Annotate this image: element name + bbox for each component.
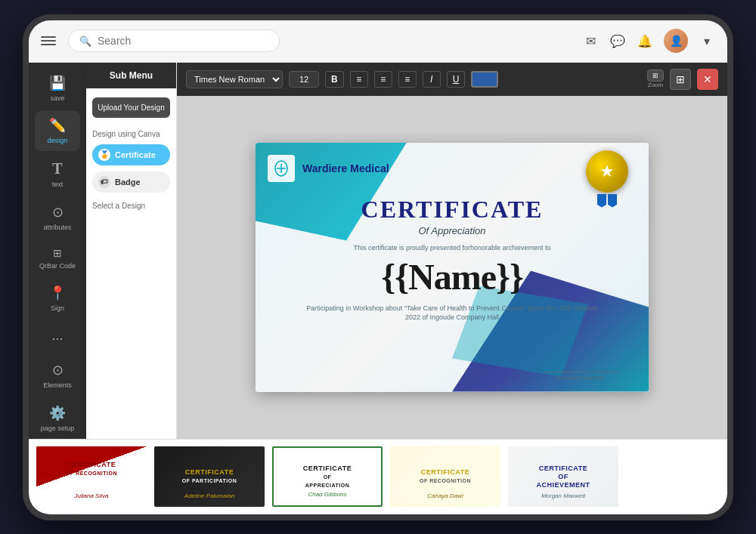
- cert-signature-title: President Director: [543, 375, 618, 381]
- medal-circle: ★: [586, 150, 628, 193]
- menu-icon[interactable]: [41, 36, 56, 45]
- thumb2-title: CERTIFICATEOF PARTICIPATION: [182, 468, 237, 485]
- sidebar-item-save[interactable]: 💾 save: [35, 69, 80, 109]
- sign-icon: 📍: [49, 285, 66, 301]
- thumb5-title: Certificate of Achievement: [536, 465, 591, 489]
- design-icon: ✏️: [49, 117, 66, 134]
- cert-company-name: Wardiere Medical: [302, 162, 389, 174]
- toolbar-right: ⊞ Zoom ⊞ ✕: [647, 69, 718, 90]
- chat-icon[interactable]: 💬: [609, 32, 626, 49]
- sidebar-item-text[interactable]: T text: [35, 154, 80, 195]
- thumbnail-5[interactable]: Certificate of Achievement Morgan Maxwel…: [507, 445, 620, 508]
- thumbnail-4[interactable]: CERTIFICATEOF RECOGNITION Cahaya Dawi: [389, 445, 502, 508]
- page-setup-label: page setup: [41, 424, 75, 433]
- sub-menu-title: Sub Menu: [86, 63, 176, 88]
- qrcode-icon: ⊞: [53, 247, 62, 259]
- thumb4-title: CERTIFICATEOF RECOGNITION: [420, 468, 471, 485]
- sidebar-item-elements[interactable]: ⊙ Elements: [35, 356, 80, 396]
- text-icon: T: [52, 160, 62, 177]
- badge-icon: 🏷: [98, 176, 110, 188]
- main-content: 💾 save ✏️ design T text ⊙ attributes ⊞ Q…: [29, 63, 727, 439]
- thumbnail-3[interactable]: CERTIFICATEOF APPRECIATION Chad Gibbons: [271, 445, 384, 508]
- sidebar-item-attributes[interactable]: ⊙ attributes: [35, 198, 80, 238]
- thumb3-title: CERTIFICATEOF APPRECIATION: [301, 465, 355, 489]
- thumbnail-2[interactable]: CERTIFICATEOF PARTICIPATION Adeline Palu…: [153, 445, 266, 508]
- zoom-label: Zoom: [648, 82, 663, 88]
- page-setup-icon: ⚙️: [49, 405, 66, 421]
- font-family-select[interactable]: Times New Roman: [186, 70, 283, 88]
- zoom-button[interactable]: ⊞: [647, 69, 664, 82]
- font-size-input[interactable]: [289, 71, 319, 88]
- elements-label: Elements: [43, 381, 72, 390]
- select-design-label: Select a Design: [92, 202, 170, 210]
- canvas-area[interactable]: Wardiere Medical ★ CERTIFICATE Of: [177, 96, 727, 439]
- underline-button[interactable]: U: [447, 71, 466, 88]
- cert-footer: President Director: [543, 372, 618, 381]
- thumb4-name: Cahaya Dawi: [390, 492, 500, 499]
- sidebar-item-qrcode[interactable]: ⊞ QrBar Code: [35, 241, 80, 276]
- badge-option[interactable]: 🏷 Badge: [92, 171, 170, 193]
- tablet-frame: 🔍 ✉ 💬 🔔 👤 ▾ 💾 save ✏️ design T text: [23, 14, 733, 520]
- cert-main-content: CERTIFICATE Of Appreciation This certifi…: [256, 196, 649, 323]
- sign-label: Sign: [51, 304, 64, 313]
- dropdown-icon[interactable]: ▾: [699, 32, 715, 49]
- left-sidebar: 💾 save ✏️ design T text ⊙ attributes ⊞ Q…: [29, 63, 86, 439]
- elements-icon: ⊙: [52, 362, 64, 378]
- cert-logo: [268, 155, 295, 182]
- sub-menu-body: Upload Your Design Design using Canva 🏅 …: [86, 88, 176, 219]
- sidebar-item-page-setup[interactable]: ⚙️ page setup: [35, 399, 80, 438]
- search-box[interactable]: 🔍: [68, 29, 280, 52]
- thumbnail-1[interactable]: CERTIFICATEOF RECOGNITION Juliana Silva: [35, 445, 148, 508]
- thumb5-name: Morgan Maxwell: [508, 492, 618, 499]
- thumb1-name: Juliana Silva: [36, 492, 147, 499]
- align-center-button[interactable]: ≡: [374, 71, 392, 88]
- cert-details: Participating in Workshop about "Take Ca…: [256, 304, 649, 323]
- design-label: design: [48, 137, 68, 145]
- cert-subtitle: Of Appreciation: [256, 225, 649, 236]
- cert-signature-line: [543, 372, 618, 372]
- align-right-button[interactable]: ≡: [398, 71, 417, 88]
- sidebar-item-design[interactable]: ✏️ design: [35, 111, 80, 151]
- bold-button[interactable]: B: [325, 71, 344, 88]
- text-label: text: [52, 181, 64, 189]
- qrcode-label: QrBar Code: [39, 262, 76, 270]
- upload-design-button[interactable]: Upload Your Design: [92, 97, 170, 118]
- cert-name-placeholder: {{Name}}: [256, 256, 649, 298]
- cert-description: This certificate is proudly presented fo…: [256, 244, 649, 252]
- canva-label: Design using Canva: [92, 130, 170, 138]
- attributes-label: attributes: [43, 224, 71, 232]
- certificate-canvas: Wardiere Medical ★ CERTIFICATE Of: [256, 143, 649, 392]
- grid-view-button[interactable]: ⊞: [670, 69, 691, 90]
- text-color-button[interactable]: [471, 71, 498, 88]
- thumb3-name: Chad Gibbons: [274, 491, 381, 498]
- medal-star-icon: ★: [600, 162, 615, 181]
- italic-button[interactable]: I: [423, 71, 441, 88]
- save-icon: 💾: [49, 75, 66, 91]
- thumb2-name: Adeline Palumalan: [154, 492, 265, 499]
- cert-title: CERTIFICATE: [256, 196, 649, 224]
- zoom-container: ⊞ Zoom: [647, 69, 664, 88]
- save-label: save: [50, 94, 64, 103]
- more-options-icon[interactable]: ···: [45, 325, 69, 353]
- avatar[interactable]: 👤: [664, 29, 688, 53]
- notification-icon[interactable]: 🔔: [637, 32, 653, 49]
- sidebar-item-sign[interactable]: 📍 Sign: [35, 279, 80, 319]
- bottom-thumbnails-panel: CERTIFICATEOF RECOGNITION Juliana Silva …: [29, 439, 727, 514]
- mail-icon[interactable]: ✉: [582, 32, 599, 49]
- top-bar-right: ✉ 💬 🔔 👤 ▾: [582, 29, 715, 53]
- close-button[interactable]: ✕: [697, 69, 718, 90]
- search-input[interactable]: [98, 35, 268, 47]
- cert-header: Wardiere Medical: [268, 155, 389, 182]
- attributes-icon: ⊙: [52, 204, 64, 221]
- cert-icon: 🏅: [98, 149, 110, 161]
- certificate-option[interactable]: 🏅 Certificate: [92, 144, 170, 165]
- search-icon: 🔍: [79, 35, 91, 47]
- top-bar: 🔍 ✉ 💬 🔔 👤 ▾: [29, 20, 727, 63]
- editor-toolbar: Times New Roman B ≡ ≡ ≡ I U ⊞ Zoom ⊞ ✕: [177, 63, 727, 96]
- editor-area: Times New Roman B ≡ ≡ ≡ I U ⊞ Zoom ⊞ ✕: [177, 63, 727, 439]
- align-left-button[interactable]: ≡: [350, 71, 368, 88]
- sub-menu-panel: Sub Menu Upload Your Design Design using…: [86, 63, 177, 439]
